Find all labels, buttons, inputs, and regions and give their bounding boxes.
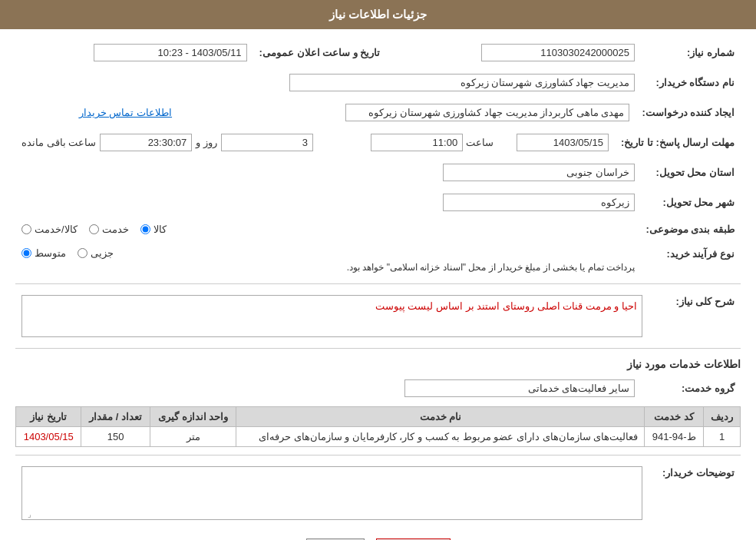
- procurement-label-partial: جزیی: [91, 247, 114, 259]
- need-number-row: شماره نیاز: 1103030242000025 تاریخ و ساع…: [15, 41, 741, 65]
- description-label: شرح کلی نیاز:: [649, 292, 741, 340]
- page-wrapper: جزئیات اطلاعات نیاز شماره نیاز: 11030302…: [0, 0, 756, 540]
- delivery-province-label: استان محل تحویل:: [641, 161, 741, 184]
- response-deadline-value: 1403/05/15: [500, 131, 615, 154]
- province-row: استان محل تحویل: خراسان جنوبی: [15, 161, 741, 184]
- delivery-province-field: خراسان جنوبی: [443, 164, 635, 181]
- delivery-city-label: شهر محل تحویل:: [641, 190, 741, 214]
- procurement-label-medium: متوسط: [35, 247, 66, 259]
- response-deadline-label: مهلت ارسال پاسخ: تا تاریخ:: [615, 131, 741, 154]
- table-row: 1 ط-94-941 فعالیت‌های سازمان‌های دارای ع…: [16, 427, 741, 447]
- remaining-time-cell: ساعت باقی مانده 23:30:07 روز و 3: [15, 131, 351, 154]
- delivery-province-value: خراسان جنوبی: [15, 161, 641, 184]
- divider-1: [15, 283, 741, 284]
- cell-unit: متر: [150, 427, 236, 447]
- remaining-time-field: 23:30:07: [100, 134, 192, 151]
- procurement-note: پرداخت تمام یا بخشی از مبلغ خریدار از مح…: [21, 262, 635, 273]
- page-header: جزئیات اطلاعات نیاز: [0, 0, 756, 29]
- cell-date: 1403/05/15: [16, 427, 81, 447]
- services-section-title: اطلاعات خدمات مورد نیاز: [15, 358, 741, 370]
- category-radio-goods-service[interactable]: [21, 224, 31, 234]
- buyer-org-value: مدیریت جهاد کشاورزی شهرستان زیرکوه: [15, 71, 641, 94]
- category-label-service: خدمت: [102, 224, 129, 235]
- procurement-row: نوع فرآیند خرید: متوسط جزیی: [15, 244, 741, 276]
- service-group-label: گروه خدمت:: [641, 376, 741, 400]
- response-time-label: ساعت: [466, 137, 494, 148]
- col-header-date: تاریخ نیاز: [16, 407, 81, 427]
- buyer-org-row: نام دستگاه خریدار: مدیریت جهاد کشاورزی ش…: [15, 71, 741, 94]
- main-content: شماره نیاز: 1103030242000025 تاریخ و ساع…: [0, 29, 756, 540]
- services-table-header: ردیف کد خدمت نام خدمت واحد اندازه گیری ت…: [16, 407, 741, 427]
- buyer-notes-row: توضیحات خریدار: ⌟: [15, 463, 741, 523]
- divider-2: [15, 348, 741, 349]
- announcement-date-field: 1403/05/11 - 10:23: [94, 44, 247, 61]
- procurement-option-partial[interactable]: جزیی: [78, 247, 114, 259]
- days-label: روز و: [196, 137, 217, 148]
- col-header-service-name: نام خدمت: [236, 407, 645, 427]
- category-row: طبقه بندی موضوعی: کالا/خدمت خدمت کالا: [15, 220, 741, 238]
- delivery-city-value: زیرکوه: [15, 190, 641, 214]
- procurement-radio-partial[interactable]: [78, 248, 87, 258]
- cell-service-code: ط-94-941: [645, 427, 704, 447]
- col-header-row-num: ردیف: [704, 407, 741, 427]
- need-number-field: 1103030242000025: [481, 44, 635, 61]
- category-label-goods-service: کالا/خدمت: [35, 224, 78, 235]
- remaining-time-label: ساعت باقی مانده: [21, 137, 96, 148]
- category-radio-service[interactable]: [89, 224, 99, 234]
- announcement-date-value: 1403/05/11 - 10:23: [15, 41, 253, 65]
- delivery-city-field: زیرکوه: [443, 194, 635, 211]
- buyer-org-field: مدیریت جهاد کشاورزی شهرستان زیرکوه: [289, 74, 635, 91]
- description-text: احیا و مرمت قنات اصلی روستای استند بر اس…: [375, 300, 637, 312]
- col-header-unit: واحد اندازه گیری: [150, 407, 236, 427]
- creator-label: ایجاد کننده درخواست:: [636, 101, 741, 124]
- category-label-goods: کالا: [154, 224, 167, 235]
- category-option-service[interactable]: خدمت: [89, 224, 129, 235]
- need-number-value: 1103030242000025: [403, 41, 641, 65]
- procurement-option-medium[interactable]: متوسط: [21, 247, 66, 259]
- description-field[interactable]: احیا و مرمت قنات اصلی روستای استند بر اس…: [21, 295, 642, 337]
- announcement-date-label: تاریخ و ساعت اعلان عمومی:: [253, 41, 404, 65]
- need-number-label: شماره نیاز:: [641, 41, 741, 65]
- response-time-cell: ساعت 11:00: [351, 131, 500, 154]
- category-option-goods[interactable]: کالا: [140, 224, 167, 235]
- page-title: جزئیات اطلاعات نیاز: [329, 8, 427, 21]
- category-label: طبقه بندی موضوعی:: [639, 220, 741, 238]
- buyer-org-label: نام دستگاه خریدار:: [641, 71, 741, 94]
- response-time-field: 11:00: [371, 134, 463, 151]
- procurement-radio-medium[interactable]: [21, 248, 31, 258]
- creator-row: ایجاد کننده درخواست: مهدی ماهی کاربرداز …: [15, 101, 741, 124]
- buyer-notes-field[interactable]: ⌟: [21, 466, 642, 520]
- cell-service-name: فعالیت‌های سازمان‌های دارای عضو مربوط به…: [236, 427, 645, 447]
- creator-field: مهدی ماهی کاربرداز مدیریت جهاد کشاورزی ش…: [345, 104, 629, 121]
- service-group-row: گروه خدمت: سایر فعالیت‌های خدماتی: [15, 376, 741, 400]
- response-date-field: 1403/05/15: [517, 134, 609, 151]
- cell-row-num: 1: [704, 427, 741, 447]
- creator-value: مهدی ماهی کاربرداز مدیریت جهاد کشاورزی ش…: [178, 101, 636, 124]
- buyer-notes-label: توضیحات خریدار:: [649, 463, 741, 523]
- resize-handle: ⌟: [24, 510, 31, 518]
- response-deadline-row: مهلت ارسال پاسخ: تا تاریخ: 1403/05/15 سا…: [15, 131, 741, 154]
- col-header-service-code: کد خدمت: [645, 407, 704, 427]
- days-field: 3: [221, 134, 313, 151]
- service-group-value: سایر فعالیت‌های خدماتی: [15, 376, 641, 400]
- divider-3: [15, 455, 741, 456]
- buyer-notes-value: ⌟: [15, 463, 649, 523]
- service-group-field: سایر فعالیت‌های خدماتی: [404, 379, 635, 397]
- services-section: اطلاعات خدمات مورد نیاز گروه خدمت: سایر …: [15, 358, 741, 447]
- city-row: شهر محل تحویل: زیرکوه: [15, 190, 741, 214]
- description-value: احیا و مرمت قنات اصلی روستای استند بر اس…: [15, 292, 649, 340]
- cell-quantity: 150: [81, 427, 150, 447]
- category-radio-goods[interactable]: [140, 224, 150, 234]
- services-table: ردیف کد خدمت نام خدمت واحد اندازه گیری ت…: [15, 406, 741, 447]
- contact-link[interactable]: اطلاعات تماس خریدار: [79, 107, 172, 118]
- description-row: شرح کلی نیاز: احیا و مرمت قنات اصلی روست…: [15, 292, 741, 340]
- category-option-goods-service[interactable]: کالا/خدمت: [21, 224, 78, 235]
- category-options: کالا/خدمت خدمت کالا: [15, 220, 639, 238]
- col-header-quantity: تعداد / مقدار: [81, 407, 150, 427]
- contact-link-cell[interactable]: اطلاعات تماس خریدار: [15, 101, 178, 124]
- procurement-label: نوع فرآیند خرید:: [641, 244, 741, 276]
- procurement-options: متوسط جزیی پرداخت تمام یا بخشی از مبلغ خ…: [15, 244, 641, 276]
